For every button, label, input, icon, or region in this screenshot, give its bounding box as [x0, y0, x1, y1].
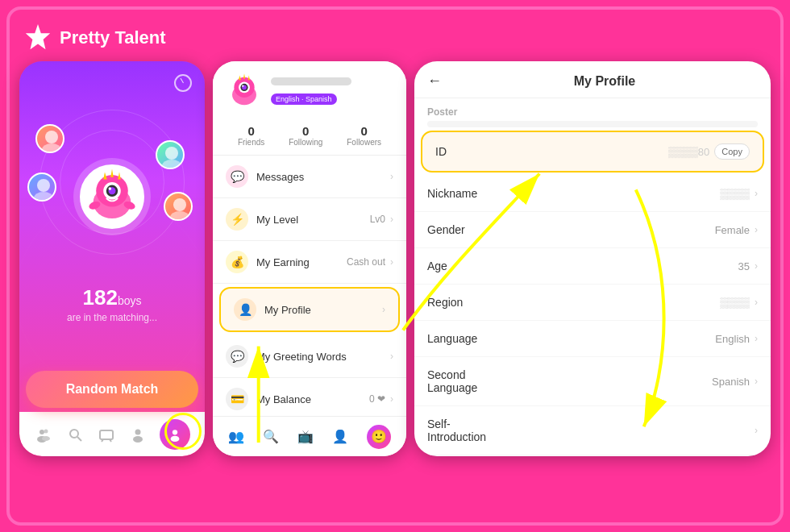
copy-button[interactable]: Copy — [714, 143, 750, 160]
age-arrow: › — [755, 260, 758, 272]
messages-icon: 💬 — [226, 165, 248, 188]
match-suffix: boys — [118, 294, 142, 307]
earning-value: Cash out — [347, 256, 385, 268]
small-avatar-2 — [27, 172, 56, 202]
screen3: ← My Profile Poster ID ▒▒▒▒80 Copy — [414, 61, 771, 456]
username-placeholder — [271, 77, 351, 85]
svg-rect-26 — [100, 430, 113, 439]
messages-arrow: › — [390, 171, 393, 182]
match-number: 182 — [83, 285, 118, 310]
nickname-value: ▒▒▒▒ — [508, 188, 750, 200]
region-arrow: › — [755, 297, 758, 308]
svg-marker-37 — [248, 75, 250, 80]
menu-item-level[interactable]: ⚡ My Level Lv0 › — [213, 198, 406, 241]
screen1-wrapper: 182boys are in the matching... Random Ma… — [19, 61, 205, 456]
svg-point-2 — [42, 143, 61, 153]
app-frame: Pretty Talent — [6, 6, 784, 526]
nav2-friends-icon[interactable]: 👥 — [228, 429, 244, 444]
nav-search-icon[interactable] — [65, 425, 85, 444]
profile-menu-arrow: › — [382, 304, 385, 315]
region-label: Region — [427, 296, 508, 309]
screen2: English · Spanish 0 Friends 0 Following … — [213, 61, 406, 456]
nav-profile-icon[interactable] — [160, 419, 190, 450]
profile-label: My Profile — [264, 304, 377, 316]
nickname-arrow: › — [755, 188, 758, 199]
greeting-label: My Greeting Words — [256, 351, 385, 363]
field-language[interactable]: Language English › — [414, 321, 771, 357]
stat-friends: 0 Friends — [238, 124, 264, 147]
menu-item-balance[interactable]: 💳 My Balance 0 ❤ › — [213, 378, 406, 416]
stat-following-number: 0 — [289, 124, 322, 138]
field-age[interactable]: Age 35 › — [414, 248, 771, 285]
logo-icon — [23, 23, 53, 53]
screen3-header: ← My Profile — [414, 61, 771, 98]
second-language-arrow: › — [755, 376, 758, 387]
screen2-header: English · Spanish — [213, 61, 406, 116]
small-avatar-3 — [156, 140, 185, 169]
stats-row: 0 Friends 0 Following 0 Followers — [213, 116, 406, 156]
field-facebook[interactable]: Facebook › — [414, 455, 771, 456]
level-value: Lv0 — [370, 214, 385, 225]
menu-item-messages[interactable]: 💬 Messages › — [213, 156, 406, 198]
greeting-arrow: › — [390, 351, 393, 362]
field-region[interactable]: Region ▒▒▒▒ › — [414, 285, 771, 321]
menu-item-greeting[interactable]: 💬 My Greeting Words › — [213, 335, 406, 378]
field-gender[interactable]: Gender Female › — [414, 212, 771, 248]
small-avatar-4 — [164, 192, 193, 221]
level-label: My Level — [256, 214, 370, 226]
poster-section-label: Poster — [414, 98, 771, 121]
profile-fields: Poster ID ▒▒▒▒80 Copy Nickname ▒▒▒▒ › — [414, 98, 771, 456]
level-icon: ⚡ — [226, 208, 248, 231]
user-avatar — [226, 73, 263, 110]
nav-tv-icon[interactable] — [97, 425, 116, 444]
svg-point-24 — [70, 430, 78, 438]
svg-marker-35 — [239, 75, 241, 80]
menu-item-earning[interactable]: 💰 My Earning Cash out › — [213, 241, 406, 284]
stat-following: 0 Following — [289, 124, 322, 147]
back-arrow-icon[interactable]: ← — [427, 73, 442, 89]
second-language-label: Second Language — [427, 368, 508, 394]
screen1-bottom-nav — [19, 412, 205, 456]
nav-people-icon[interactable] — [128, 425, 148, 444]
screen1-top — [19, 61, 205, 92]
nickname-label: Nickname — [427, 187, 508, 200]
screen1: 182boys are in the matching... Random Ma… — [19, 61, 205, 456]
self-intro-label: Self-Introduction — [427, 418, 508, 443]
random-match-button[interactable]: Random Match — [26, 371, 199, 408]
small-avatar-1 — [35, 124, 64, 153]
earning-icon: 💰 — [226, 251, 248, 273]
field-second-language[interactable]: Second Language Spanish › — [414, 357, 771, 406]
balance-arrow: › — [390, 393, 393, 405]
svg-marker-36 — [243, 73, 245, 78]
profile-icon: 👤 — [234, 298, 256, 321]
svg-point-21 — [44, 429, 48, 433]
nav2-people-icon[interactable]: 👤 — [332, 429, 348, 444]
svg-marker-12 — [110, 169, 114, 177]
field-id[interactable]: ID ▒▒▒▒80 Copy — [421, 131, 764, 172]
nav2-search-icon[interactable]: 🔍 — [263, 429, 279, 444]
menu-item-profile[interactable]: 👤 My Profile › — [219, 287, 400, 332]
level-arrow: › — [390, 214, 393, 225]
svg-marker-11 — [103, 172, 107, 179]
id-field-label: ID — [435, 145, 516, 158]
balance-label: My Balance — [256, 393, 369, 405]
nav2-profile-active-icon[interactable]: 🙂 — [367, 425, 391, 449]
age-label: Age — [427, 260, 508, 272]
menu-list: 💬 Messages › ⚡ My Level Lv0 › 💰 My Earni… — [213, 156, 406, 416]
stat-followers-label: Followers — [347, 138, 381, 147]
field-nickname[interactable]: Nickname ▒▒▒▒ › — [414, 176, 771, 212]
user-info: English · Spanish — [271, 77, 393, 105]
svg-point-3 — [37, 179, 50, 192]
nav-friends-icon[interactable] — [34, 425, 53, 444]
svg-point-4 — [34, 192, 53, 202]
nav2-tv-icon[interactable]: 📺 — [297, 429, 314, 444]
svg-line-25 — [77, 437, 81, 441]
language-arrow: › — [755, 333, 758, 344]
field-self-intro[interactable]: Self-Introduction › — [414, 406, 771, 455]
svg-marker-13 — [118, 172, 121, 179]
gender-value: Female — [508, 224, 750, 236]
poster-image-placeholder — [427, 121, 758, 127]
stat-friends-label: Friends — [238, 138, 264, 147]
svg-point-41 — [242, 85, 243, 87]
stat-followers: 0 Followers — [347, 124, 381, 147]
